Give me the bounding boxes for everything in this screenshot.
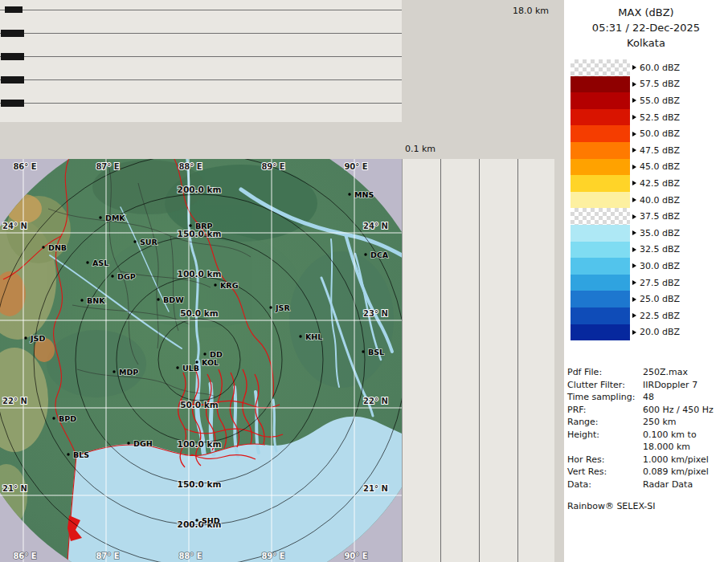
lon-label-top: 89° E — [261, 162, 284, 171]
station-label: SUR — [140, 238, 158, 246]
station-label: BRP — [195, 222, 213, 230]
tick-arrow-icon — [632, 297, 636, 302]
metadata-row: Time sampling:48 — [567, 391, 726, 404]
metadata-row: PRF:600 Hz / 450 Hz — [567, 404, 726, 417]
dbz-swatch — [571, 109, 630, 126]
height-grid-line — [0, 79, 402, 80]
dbz-label: 42.5 dBZ — [640, 178, 680, 189]
dbz-swatch — [571, 291, 630, 307]
station-dot — [348, 193, 350, 195]
lon-label-bottom: 87° E — [96, 552, 119, 560]
range-ring-label: 50.0 km — [180, 308, 219, 318]
dbz-label: 52.5 dBZ — [640, 112, 680, 123]
dbz-swatch — [571, 225, 630, 242]
metadata-label: PRF: — [567, 404, 643, 417]
station-label: BSL — [368, 348, 384, 356]
station-label: ULB — [182, 364, 199, 373]
height-grid-line — [479, 159, 480, 562]
station-dot — [67, 453, 69, 455]
lon-label-top: 87° E — [96, 162, 119, 171]
scale-row: 55.0 dBZ — [571, 92, 680, 109]
lon-label-top: 88° E — [178, 162, 202, 171]
range-ring-label: 100.0 km — [178, 439, 222, 449]
tick-arrow-icon — [632, 280, 636, 285]
radar-product-viewer: 18.0 km 0.1 km — [0, 0, 728, 562]
height-axis-label-box — [1, 100, 24, 107]
dbz-label: 47.5 dBZ — [640, 145, 680, 156]
dbz-label: 60.0 dBZ — [640, 63, 680, 73]
dbz-swatch — [571, 175, 630, 192]
metadata-row: Range:250 km — [567, 416, 726, 429]
metadata-label: Pdf File: — [567, 366, 643, 379]
station-dot — [86, 261, 88, 263]
height-grid-line — [517, 159, 518, 562]
station-dot — [157, 298, 159, 300]
station-label: ASL — [92, 259, 108, 267]
station-label: BDW — [163, 295, 184, 304]
scale-row: 47.5 dBZ — [571, 142, 680, 159]
range-ring-label: 150.0 km — [178, 229, 222, 238]
metadata-value: Radar Data — [643, 479, 693, 491]
scale-row: 20.0 dBZ — [571, 324, 680, 341]
station-dot — [176, 366, 178, 369]
station-dot — [299, 335, 301, 337]
scale-row: 22.5 dBZ — [571, 307, 680, 324]
height-scale-min-label: 0.1 km — [405, 144, 436, 154]
range-ring-label: 100.0 km — [178, 269, 222, 279]
scale-row: 27.5 dBZ — [571, 275, 680, 291]
dbz-swatch — [571, 76, 630, 93]
scale-row: 45.0 dBZ — [571, 159, 680, 176]
metadata-row: Vert Res:0.089 km/pixel — [567, 466, 726, 479]
station-dot — [189, 224, 191, 226]
metadata-label: Range: — [567, 416, 643, 429]
metadata-value: IIRDoppler 7 — [643, 379, 697, 392]
dbz-swatch — [571, 59, 630, 76]
metadata-row: Pdf File:250Z.max — [567, 366, 726, 379]
metadata-label: Height: — [567, 429, 643, 454]
tick-arrow-icon — [632, 98, 636, 103]
tick-arrow-icon — [632, 181, 636, 185]
lat-label-right: 24° N — [363, 222, 388, 230]
station-label: DMK — [105, 214, 125, 222]
station-dot — [269, 306, 272, 308]
metadata-label: Vert Res: — [567, 466, 643, 479]
scale-row: 40.0 dBZ — [571, 192, 680, 209]
station-dot — [80, 299, 83, 301]
terrain-layer — [0, 159, 402, 562]
dbz-label: 40.0 dBZ — [640, 195, 680, 206]
range-ring-label: 150.0 km — [178, 479, 222, 489]
dbz-label: 20.0 dBZ — [640, 327, 680, 337]
scale-row: 32.5 dBZ — [571, 242, 680, 259]
scale-row: 30.0 dBZ — [571, 258, 680, 275]
metadata-block: Pdf File:250Z.maxClutter Filter:IIRDoppl… — [567, 366, 726, 491]
dbz-label: 30.0 dBZ — [640, 261, 680, 271]
station-label: DGH — [133, 439, 153, 448]
lon-label-top: 86° E — [13, 162, 36, 171]
metadata-row: Data:Radar Data — [567, 479, 726, 491]
range-ring-label: 50.0 km — [180, 400, 219, 409]
metadata-row: Height:0.100 km to 18.000 km — [567, 429, 726, 454]
range-ring-label: 200.0 km — [178, 185, 222, 194]
software-credit: Rainbow® SELEX-SI — [567, 501, 656, 511]
dbz-label: 50.0 dBZ — [640, 128, 680, 139]
station-dot — [214, 283, 216, 286]
dbz-swatch — [571, 125, 630, 142]
scale-row: 42.5 dBZ — [571, 175, 680, 192]
station-label: MDP — [119, 368, 138, 377]
height-grid-line — [0, 33, 402, 34]
lat-label-right: 23° N — [363, 309, 388, 318]
metadata-label: Clutter Filter: — [567, 379, 643, 392]
dbz-label: 27.5 dBZ — [640, 278, 680, 288]
station-label: JSD — [30, 334, 45, 343]
station-label: DNB — [48, 243, 67, 252]
station-dot — [203, 352, 206, 355]
scale-row: 52.5 dBZ — [571, 109, 680, 126]
metadata-value: 250 km — [643, 416, 677, 429]
tick-arrow-icon — [632, 148, 636, 153]
legend-panel: MAX (dBZ) 05:31 / 22-Dec-2025 Kolkata 60… — [564, 0, 728, 562]
height-axis-label-box — [1, 76, 24, 83]
tick-arrow-icon — [632, 247, 636, 252]
station-dot — [52, 417, 55, 419]
lat-label-left: 21° N — [2, 484, 27, 493]
station-label: MNS — [354, 190, 374, 199]
